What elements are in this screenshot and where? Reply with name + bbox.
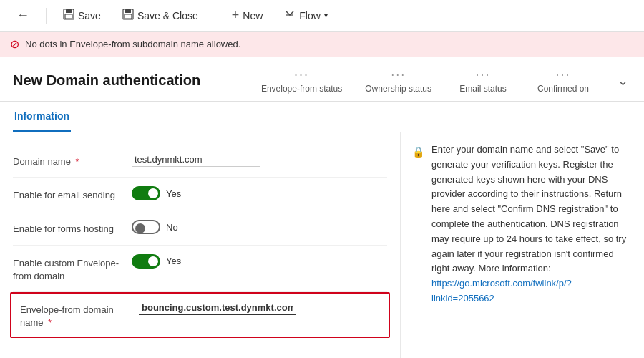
envelope-from-domain-input[interactable] xyxy=(139,301,296,315)
forms-hosting-label: Enable for forms hosting xyxy=(13,220,120,236)
forms-hosting-thumb xyxy=(135,223,145,233)
forms-hosting-toggle-container: No xyxy=(132,220,178,234)
envelope-required-star: * xyxy=(48,318,52,328)
status-row: ··· Envelope-from status ··· Ownership s… xyxy=(261,67,631,94)
envelope-dots: ··· xyxy=(294,67,309,82)
new-icon: + xyxy=(232,8,240,23)
ownership-status-label: Ownership status xyxy=(365,84,431,94)
info-panel-content: 🔒 Enter your domain name and select "Sav… xyxy=(412,142,633,306)
info-text: Enter your domain name and select "Save"… xyxy=(431,142,633,306)
forms-hosting-toggle-label: No xyxy=(166,222,178,233)
email-sending-toggle-container: Yes xyxy=(132,186,181,200)
confirmed-dots: ··· xyxy=(555,67,570,82)
page-header: New Domain authentication ··· Envelope-f… xyxy=(0,57,644,102)
main-content: Domain name * Enable for email sending Y… xyxy=(0,132,644,358)
svg-rect-1 xyxy=(66,9,72,13)
custom-envelope-label: Enable custom Envelope-from domain xyxy=(13,254,120,283)
email-sending-toggle-label: Yes xyxy=(166,188,181,199)
domain-name-input[interactable] xyxy=(132,153,260,167)
tab-information[interactable]: Information xyxy=(13,102,71,132)
toolbar: ← Save Save & Close + New Flow ▾ xyxy=(0,0,644,32)
custom-envelope-toggle-container: Yes xyxy=(132,254,181,268)
info-panel: 🔒 Enter your domain name and select "Sav… xyxy=(401,132,644,358)
custom-envelope-toggle-label: Yes xyxy=(166,256,181,266)
forms-hosting-row: Enable for forms hosting No xyxy=(13,211,387,245)
email-status-label: Email status xyxy=(459,84,506,94)
error-bar: ⊘ No dots in Envelope-from subdomain nam… xyxy=(0,32,644,57)
flow-label: Flow xyxy=(299,10,321,21)
envelope-from-domain-name-row: Envelope-from domain name * xyxy=(10,292,390,338)
save-button[interactable]: Save xyxy=(55,4,109,26)
envelope-from-domain-label: Envelope-from domain name * xyxy=(20,301,127,329)
email-sending-thumb xyxy=(148,188,158,198)
save-close-button[interactable]: Save & Close xyxy=(114,4,206,26)
tabs: Information xyxy=(0,102,644,132)
domain-name-row: Domain name * xyxy=(13,144,387,178)
ownership-status: ··· Ownership status xyxy=(365,67,431,94)
envelope-from-domain-value xyxy=(139,301,380,315)
email-status: ··· Email status xyxy=(454,67,512,94)
forms-hosting-value: No xyxy=(132,220,387,234)
email-sending-value: Yes xyxy=(132,186,387,200)
back-icon: ← xyxy=(16,8,29,23)
flow-button[interactable]: Flow ▾ xyxy=(276,4,336,26)
info-description: Enter your domain name and select "Save"… xyxy=(431,144,626,274)
envelope-from-status-label: Envelope-from status xyxy=(261,84,342,94)
ownership-dots: ··· xyxy=(391,67,406,82)
email-dots: ··· xyxy=(475,67,490,82)
toolbar-divider-1 xyxy=(46,8,47,24)
email-sending-toggle[interactable] xyxy=(132,186,160,200)
flow-icon xyxy=(284,9,296,22)
confirmed-on-label: Confirmed on xyxy=(537,84,589,94)
domain-name-label: Domain name * xyxy=(13,153,120,168)
new-label: New xyxy=(243,10,263,21)
custom-envelope-thumb xyxy=(148,256,158,266)
new-button[interactable]: + New xyxy=(224,4,271,27)
save-label: Save xyxy=(78,10,101,21)
save-close-icon xyxy=(122,9,134,22)
confirmed-on-status: ··· Confirmed on xyxy=(535,67,592,94)
forms-hosting-toggle[interactable] xyxy=(132,220,160,234)
domain-name-required: * xyxy=(76,157,79,167)
page-title: New Domain authentication xyxy=(13,72,200,89)
custom-envelope-row: Enable custom Envelope-from domain Yes xyxy=(13,246,387,292)
save-icon xyxy=(63,9,74,22)
envelope-from-status: ··· Envelope-from status xyxy=(261,67,342,94)
error-message: No dots in Envelope-from subdomain name … xyxy=(25,39,240,49)
svg-rect-5 xyxy=(125,14,132,19)
envelope-from-inner: Envelope-from domain name * xyxy=(20,301,380,329)
custom-envelope-toggle[interactable] xyxy=(132,254,160,268)
lock-icon: 🔒 xyxy=(412,144,424,306)
svg-rect-2 xyxy=(65,14,72,19)
toolbar-divider-2 xyxy=(215,8,215,24)
error-icon: ⊘ xyxy=(10,37,19,51)
form-panel: Domain name * Enable for email sending Y… xyxy=(0,132,401,358)
domain-name-value xyxy=(132,153,387,167)
back-button[interactable]: ← xyxy=(9,4,37,27)
flow-chevron-icon: ▾ xyxy=(324,11,328,19)
svg-rect-4 xyxy=(125,9,131,13)
custom-envelope-value: Yes xyxy=(132,254,387,268)
info-link[interactable]: https://go.microsoft.com/fwlink/p/?linki… xyxy=(431,278,572,304)
save-close-label: Save & Close xyxy=(137,10,198,21)
email-sending-row: Enable for email sending Yes xyxy=(13,178,387,211)
email-sending-label: Enable for email sending xyxy=(13,186,120,202)
header-chevron-button[interactable]: ⌄ xyxy=(615,70,631,92)
